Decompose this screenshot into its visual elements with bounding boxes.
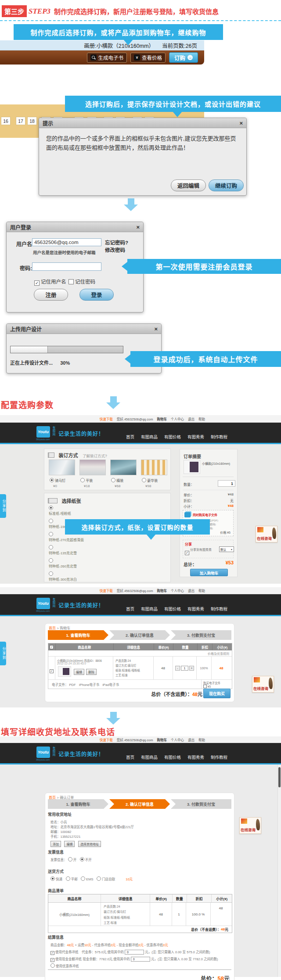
nav-products[interactable]: 有图商品	[141, 606, 158, 612]
share-side-tab[interactable]: 分享到	[0, 494, 6, 518]
account-link[interactable]: 个人中心	[171, 737, 184, 742]
paper-option-radio[interactable]	[49, 545, 53, 550]
binding-help-link[interactable]: 了解装订方式?	[83, 454, 107, 458]
login-button[interactable]: 登录	[79, 289, 114, 301]
binding-option[interactable]: 豪华装	[142, 478, 158, 483]
nav-tutorial[interactable]: 制作教程	[211, 754, 227, 760]
binding-option[interactable]: 精装	[111, 478, 123, 483]
quick-download-link[interactable]: 快速下载	[100, 737, 113, 742]
change-password-link[interactable]: 修改密码	[105, 246, 125, 253]
share-side-tab[interactable]: 分享到	[0, 642, 6, 665]
radio-on-icon[interactable]	[80, 857, 84, 862]
nav-tutorial[interactable]: 制作教程	[211, 606, 227, 612]
row-checkbox[interactable]: ✓	[48, 657, 55, 679]
qty-value[interactable]: 1	[181, 666, 188, 671]
page-thumb[interactable]: 16	[1, 117, 11, 125]
help-link[interactable]: 帮助	[198, 416, 205, 421]
close-icon[interactable]: ×	[136, 224, 140, 230]
buy-now-button[interactable]: 现在购买	[203, 689, 231, 698]
voucher-input[interactable]	[125, 950, 144, 955]
nav-prices[interactable]: 有图价格	[164, 754, 181, 760]
radio-icon[interactable]	[81, 876, 85, 881]
step-tab-pay[interactable]: 3. 付款到支付宝	[171, 630, 231, 640]
nav-products[interactable]: 有图商品	[141, 434, 158, 440]
nav-tutorial[interactable]: 制作教程	[211, 434, 227, 440]
online-service-badge[interactable]: 在线咨询	[256, 526, 277, 542]
address-add-button[interactable]: 添加	[50, 841, 61, 847]
nav-home[interactable]: 首页	[126, 434, 134, 440]
register-button[interactable]: 注册	[34, 289, 68, 301]
scrollbar-thumb[interactable]	[278, 767, 281, 787]
checkbox-checked-icon[interactable]: ✓	[50, 958, 54, 962]
nav-products[interactable]: 有图商品	[141, 754, 158, 760]
binding-option-image[interactable]	[79, 459, 106, 475]
account-link[interactable]: 个人中心	[171, 416, 184, 421]
online-service-badge[interactable]: 在线咨询	[252, 676, 274, 693]
step-tab-cart[interactable]: 1. 查看购物车	[48, 630, 108, 640]
nav-show[interactable]: 有图秀秀	[187, 606, 204, 612]
step-tab-confirm[interactable]: 2. 确认订单信息	[109, 630, 170, 640]
breadcrumb-home[interactable]: 首页	[49, 796, 56, 800]
view-price-button[interactable]: ¥ 查看价格	[130, 53, 166, 63]
account-link[interactable]: 个人中心	[171, 588, 184, 593]
cart-link[interactable]: 购物车	[157, 737, 167, 742]
binding-option[interactable]: 骑马钉	[50, 478, 65, 483]
step-tab-pay[interactable]: 3. 付款到支付宝	[171, 799, 231, 809]
nav-prices[interactable]: 有图价格	[164, 434, 181, 440]
share-checkbox[interactable]: ✓	[185, 547, 189, 555]
step-tab-confirm[interactable]: 2. 确认订单信息	[109, 799, 170, 809]
online-service-badge[interactable]: 在线咨询	[239, 817, 261, 834]
radio-on-icon[interactable]	[50, 876, 55, 881]
close-icon[interactable]: ×	[239, 120, 243, 126]
page-thumb[interactable]: 17	[16, 117, 25, 125]
password-input[interactable]	[32, 262, 101, 271]
remember-password-checkbox[interactable]	[68, 278, 74, 286]
radio-icon[interactable]	[50, 963, 55, 968]
qty-minus-button[interactable]: -	[175, 666, 180, 671]
breadcrumb-home[interactable]: 首页	[49, 626, 56, 630]
paper-option-radio[interactable]	[49, 571, 53, 576]
logout-link[interactable]: 退出	[188, 416, 195, 421]
scrollbar[interactable]	[277, 765, 281, 977]
help-link[interactable]: 帮助	[198, 588, 205, 593]
paper-option-radio[interactable]	[49, 532, 53, 537]
nav-show[interactable]: 有图秀秀	[187, 754, 204, 760]
close-icon[interactable]: ×	[154, 326, 158, 332]
nav-home[interactable]: 首页	[126, 606, 134, 612]
remember-username-checkbox[interactable]: ✓	[34, 278, 40, 286]
page-thumb[interactable]: 18	[27, 117, 37, 125]
username-input[interactable]	[32, 238, 101, 246]
delete-button[interactable]: 删除	[86, 669, 97, 675]
binding-option-image[interactable]	[49, 459, 75, 475]
nav-home[interactable]: 首页	[126, 754, 134, 760]
radio-icon[interactable]	[66, 876, 70, 881]
site-logo[interactable]: Youtu	[36, 426, 50, 438]
checkbox-checked-icon[interactable]: ✓	[50, 951, 54, 955]
logout-link[interactable]: 退出	[188, 737, 195, 742]
site-logo[interactable]: Youtu	[36, 598, 50, 609]
binding-option-image[interactable]	[141, 459, 167, 475]
paper-option-radio[interactable]	[49, 558, 53, 563]
quick-download-link[interactable]: 快速下载	[100, 416, 113, 421]
site-logo[interactable]: Youtu	[36, 747, 50, 758]
edit-button[interactable]: 编辑	[74, 669, 84, 675]
help-link[interactable]: 帮助	[198, 737, 205, 742]
nav-prices[interactable]: 有图价格	[164, 606, 181, 612]
back-edit-button[interactable]: 返回编辑	[171, 179, 206, 191]
quick-download-link[interactable]: 快速下载	[100, 588, 113, 593]
order-button[interactable]: 订购 →	[169, 52, 198, 63]
cart-link[interactable]: 购物车	[157, 416, 167, 421]
address-other-button[interactable]: 选择其他地址	[78, 841, 101, 847]
nav-show[interactable]: 有图秀秀	[187, 434, 204, 440]
qty-plus-button[interactable]: +	[189, 666, 194, 671]
address-edit-button[interactable]: 编辑	[64, 841, 75, 847]
step-tab-cart[interactable]: 1. 查看购物车	[48, 799, 108, 809]
qty-input[interactable]	[218, 480, 235, 487]
cart-link[interactable]: 购物车	[157, 588, 167, 593]
generate-ebook-button[interactable]: 生成电子书	[87, 53, 127, 63]
forgot-password-link[interactable]: 忘记密码?	[105, 239, 128, 246]
price-rules-link[interactable]: 价格及优惠规则	[208, 651, 229, 656]
logout-link[interactable]: 退出	[188, 588, 195, 593]
paper-option-radio[interactable]	[49, 506, 53, 510]
binding-option[interactable]: 平装	[80, 478, 93, 483]
